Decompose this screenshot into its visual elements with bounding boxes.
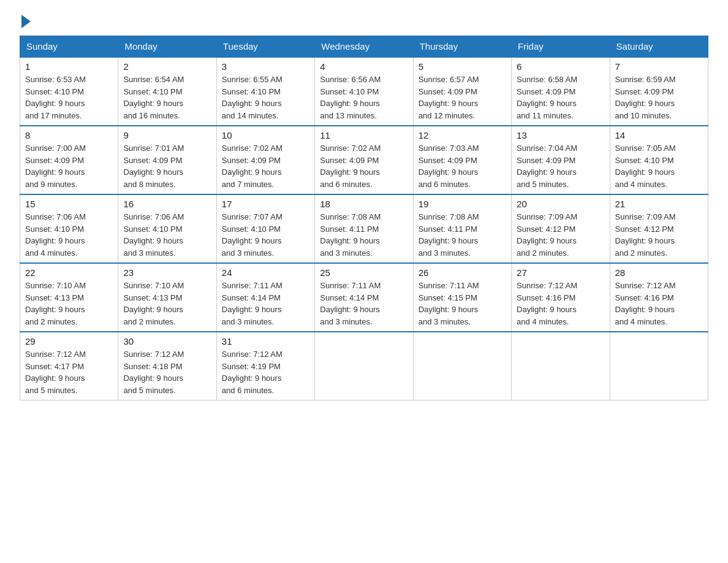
calendar-header-wednesday: Wednesday [315,36,413,58]
day-info: Sunrise: 7:09 AM Sunset: 4:12 PM Dayligh… [615,211,703,259]
calendar-cell-4-6: 27Sunrise: 7:12 AM Sunset: 4:16 PM Dayli… [512,263,610,332]
day-number: 4 [320,61,408,72]
calendar-cell-4-1: 22Sunrise: 7:10 AM Sunset: 4:13 PM Dayli… [20,263,118,332]
day-info: Sunrise: 6:54 AM Sunset: 4:10 PM Dayligh… [123,74,211,121]
calendar-cell-4-7: 28Sunrise: 7:12 AM Sunset: 4:16 PM Dayli… [610,263,708,332]
day-info: Sunrise: 7:12 AM Sunset: 4:18 PM Dayligh… [123,348,211,396]
calendar-cell-3-4: 18Sunrise: 7:08 AM Sunset: 4:11 PM Dayli… [315,194,413,263]
day-number: 2 [123,61,211,72]
day-info: Sunrise: 6:53 AM Sunset: 4:10 PM Dayligh… [25,74,113,121]
day-number: 25 [320,267,408,278]
calendar-cell-1-4: 4Sunrise: 6:56 AM Sunset: 4:10 PM Daylig… [315,57,413,126]
calendar-header-thursday: Thursday [413,36,511,58]
day-number: 12 [419,130,506,140]
day-number: 23 [123,267,211,278]
calendar-header-sunday: Sunday [20,36,118,58]
day-number: 5 [419,61,506,72]
day-number: 30 [123,336,211,347]
calendar-cell-3-6: 20Sunrise: 7:09 AM Sunset: 4:12 PM Dayli… [512,194,610,263]
day-info: Sunrise: 7:07 AM Sunset: 4:10 PM Dayligh… [222,211,309,259]
calendar-cell-4-3: 24Sunrise: 7:11 AM Sunset: 4:14 PM Dayli… [216,263,314,332]
day-number: 28 [615,267,703,278]
day-number: 6 [517,61,604,72]
calendar-header-friday: Friday [512,36,610,58]
day-info: Sunrise: 7:11 AM Sunset: 4:14 PM Dayligh… [222,280,309,327]
day-info: Sunrise: 7:12 AM Sunset: 4:19 PM Dayligh… [222,348,309,396]
day-number: 16 [123,199,211,209]
calendar-cell-5-6 [512,332,610,400]
calendar-cell-1-7: 7Sunrise: 6:59 AM Sunset: 4:09 PM Daylig… [610,57,708,126]
day-info: Sunrise: 7:06 AM Sunset: 4:10 PM Dayligh… [123,211,211,259]
day-number: 7 [615,61,703,72]
calendar-cell-4-2: 23Sunrise: 7:10 AM Sunset: 4:13 PM Dayli… [118,263,216,332]
calendar-cell-3-3: 17Sunrise: 7:07 AM Sunset: 4:10 PM Dayli… [216,194,314,263]
calendar-cell-3-7: 21Sunrise: 7:09 AM Sunset: 4:12 PM Dayli… [610,194,708,263]
day-number: 8 [25,130,113,140]
day-info: Sunrise: 7:05 AM Sunset: 4:10 PM Dayligh… [615,142,703,190]
logo-arrow-icon [21,15,31,28]
day-info: Sunrise: 6:56 AM Sunset: 4:10 PM Dayligh… [320,74,408,121]
calendar-cell-3-2: 16Sunrise: 7:06 AM Sunset: 4:10 PM Dayli… [118,194,216,263]
day-info: Sunrise: 6:58 AM Sunset: 4:09 PM Dayligh… [517,74,604,121]
day-info: Sunrise: 7:12 AM Sunset: 4:17 PM Dayligh… [25,348,113,396]
calendar-cell-3-5: 19Sunrise: 7:08 AM Sunset: 4:11 PM Dayli… [413,194,511,263]
calendar-cell-5-4 [315,332,413,400]
day-info: Sunrise: 7:04 AM Sunset: 4:09 PM Dayligh… [517,142,604,190]
day-number: 31 [222,336,309,347]
calendar-cell-5-3: 31Sunrise: 7:12 AM Sunset: 4:19 PM Dayli… [216,332,314,400]
calendar-cell-2-3: 10Sunrise: 7:02 AM Sunset: 4:09 PM Dayli… [216,126,314,194]
calendar-cell-1-5: 5Sunrise: 6:57 AM Sunset: 4:09 PM Daylig… [413,57,511,126]
page-header [20,15,708,28]
day-number: 20 [517,199,604,209]
day-info: Sunrise: 6:59 AM Sunset: 4:09 PM Dayligh… [615,74,703,121]
calendar-header-monday: Monday [118,36,216,58]
day-info: Sunrise: 6:57 AM Sunset: 4:09 PM Dayligh… [419,74,506,121]
day-info: Sunrise: 7:11 AM Sunset: 4:15 PM Dayligh… [419,280,506,327]
calendar-cell-3-1: 15Sunrise: 7:06 AM Sunset: 4:10 PM Dayli… [20,194,118,263]
calendar-cell-4-4: 25Sunrise: 7:11 AM Sunset: 4:14 PM Dayli… [315,263,413,332]
calendar-cell-2-5: 12Sunrise: 7:03 AM Sunset: 4:09 PM Dayli… [413,126,511,194]
day-number: 26 [419,267,506,278]
day-number: 13 [517,130,604,140]
day-number: 3 [222,61,309,72]
calendar-cell-5-2: 30Sunrise: 7:12 AM Sunset: 4:18 PM Dayli… [118,332,216,400]
day-number: 9 [123,130,211,140]
calendar-cell-2-2: 9Sunrise: 7:01 AM Sunset: 4:09 PM Daylig… [118,126,216,194]
calendar-header-saturday: Saturday [610,36,708,58]
day-number: 10 [222,130,309,140]
day-info: Sunrise: 7:11 AM Sunset: 4:14 PM Dayligh… [320,280,408,327]
day-number: 14 [615,130,703,140]
day-number: 29 [25,336,113,347]
day-info: Sunrise: 7:00 AM Sunset: 4:09 PM Dayligh… [25,142,113,190]
calendar-week-row-2: 8Sunrise: 7:00 AM Sunset: 4:09 PM Daylig… [20,126,708,194]
day-number: 11 [320,130,408,140]
calendar-cell-2-7: 14Sunrise: 7:05 AM Sunset: 4:10 PM Dayli… [610,126,708,194]
day-info: Sunrise: 7:12 AM Sunset: 4:16 PM Dayligh… [517,280,604,327]
calendar-cell-1-3: 3Sunrise: 6:55 AM Sunset: 4:10 PM Daylig… [216,57,314,126]
day-info: Sunrise: 6:55 AM Sunset: 4:10 PM Dayligh… [222,74,309,121]
calendar-cell-4-5: 26Sunrise: 7:11 AM Sunset: 4:15 PM Dayli… [413,263,511,332]
calendar-cell-1-1: 1Sunrise: 6:53 AM Sunset: 4:10 PM Daylig… [20,57,118,126]
day-number: 17 [222,199,309,209]
day-number: 18 [320,199,408,209]
calendar-week-row-3: 15Sunrise: 7:06 AM Sunset: 4:10 PM Dayli… [20,194,708,263]
day-info: Sunrise: 7:10 AM Sunset: 4:13 PM Dayligh… [25,280,113,327]
day-info: Sunrise: 7:02 AM Sunset: 4:09 PM Dayligh… [320,142,408,190]
calendar-cell-5-1: 29Sunrise: 7:12 AM Sunset: 4:17 PM Dayli… [20,332,118,400]
day-info: Sunrise: 7:02 AM Sunset: 4:09 PM Dayligh… [222,142,309,190]
calendar-week-row-1: 1Sunrise: 6:53 AM Sunset: 4:10 PM Daylig… [20,57,708,126]
day-info: Sunrise: 7:08 AM Sunset: 4:11 PM Dayligh… [320,211,408,259]
day-info: Sunrise: 7:03 AM Sunset: 4:09 PM Dayligh… [419,142,506,190]
day-info: Sunrise: 7:10 AM Sunset: 4:13 PM Dayligh… [123,280,211,327]
day-info: Sunrise: 7:09 AM Sunset: 4:12 PM Dayligh… [517,211,604,259]
day-info: Sunrise: 7:12 AM Sunset: 4:16 PM Dayligh… [615,280,703,327]
day-number: 15 [25,199,113,209]
calendar-cell-5-7 [610,332,708,400]
day-number: 1 [25,61,113,72]
calendar-cell-1-2: 2Sunrise: 6:54 AM Sunset: 4:10 PM Daylig… [118,57,216,126]
day-info: Sunrise: 7:01 AM Sunset: 4:09 PM Dayligh… [123,142,211,190]
calendar-cell-1-6: 6Sunrise: 6:58 AM Sunset: 4:09 PM Daylig… [512,57,610,126]
calendar-table: SundayMondayTuesdayWednesdayThursdayFrid… [20,36,708,400]
calendar-cell-2-6: 13Sunrise: 7:04 AM Sunset: 4:09 PM Dayli… [512,126,610,194]
calendar-cell-5-5 [413,332,511,400]
